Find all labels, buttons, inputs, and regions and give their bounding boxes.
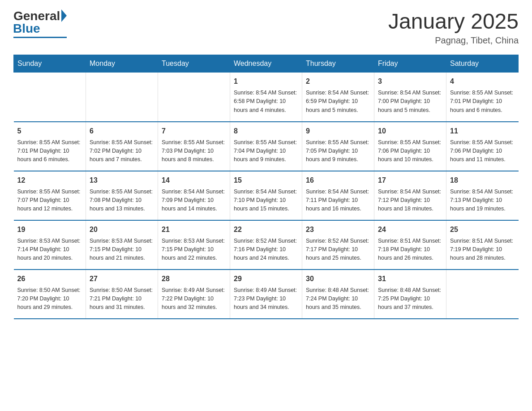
- calendar-day-cell: 1Sunrise: 8:54 AM Sunset: 6:58 PM Daylig…: [230, 73, 302, 122]
- day-info: Sunrise: 8:53 AM Sunset: 7:15 PM Dayligh…: [90, 237, 154, 263]
- day-number: 9: [306, 126, 370, 137]
- day-number: 13: [90, 175, 154, 186]
- calendar-day-cell: 13Sunrise: 8:55 AM Sunset: 7:08 PM Dayli…: [86, 171, 158, 220]
- day-number: 27: [90, 274, 154, 284]
- calendar-day-cell: 2Sunrise: 8:54 AM Sunset: 6:59 PM Daylig…: [302, 73, 374, 122]
- calendar-day-cell: [446, 270, 519, 319]
- day-info: Sunrise: 8:54 AM Sunset: 6:59 PM Dayligh…: [306, 89, 370, 115]
- day-info: Sunrise: 8:54 AM Sunset: 7:12 PM Dayligh…: [378, 188, 442, 214]
- day-info: Sunrise: 8:54 AM Sunset: 7:09 PM Dayligh…: [162, 188, 226, 214]
- calendar-day-cell: 22Sunrise: 8:52 AM Sunset: 7:16 PM Dayli…: [230, 220, 302, 270]
- calendar-week-row: 5Sunrise: 8:55 AM Sunset: 7:01 PM Daylig…: [14, 122, 519, 171]
- calendar-day-cell: 9Sunrise: 8:55 AM Sunset: 7:05 PM Daylig…: [302, 122, 374, 171]
- calendar-day-cell: 18Sunrise: 8:54 AM Sunset: 7:13 PM Dayli…: [446, 171, 519, 220]
- day-number: 7: [162, 126, 226, 137]
- calendar-day-cell: 7Sunrise: 8:55 AM Sunset: 7:03 PM Daylig…: [158, 122, 230, 171]
- calendar-day-cell: 28Sunrise: 8:49 AM Sunset: 7:22 PM Dayli…: [158, 270, 230, 319]
- day-info: Sunrise: 8:55 AM Sunset: 7:01 PM Dayligh…: [450, 89, 515, 115]
- calendar-day-cell: 23Sunrise: 8:52 AM Sunset: 7:17 PM Dayli…: [302, 220, 374, 270]
- calendar-day-cell: 15Sunrise: 8:54 AM Sunset: 7:10 PM Dayli…: [230, 171, 302, 220]
- day-number: 19: [17, 224, 82, 235]
- day-number: 28: [162, 274, 226, 284]
- calendar-day-cell: 29Sunrise: 8:49 AM Sunset: 7:23 PM Dayli…: [230, 270, 302, 319]
- calendar-week-row: 12Sunrise: 8:55 AM Sunset: 7:07 PM Dayli…: [14, 171, 519, 220]
- calendar-day-cell: 30Sunrise: 8:48 AM Sunset: 7:24 PM Dayli…: [302, 270, 374, 319]
- logo-blue-text: Blue: [13, 21, 40, 36]
- day-info: Sunrise: 8:55 AM Sunset: 7:01 PM Dayligh…: [17, 138, 82, 164]
- day-info: Sunrise: 8:52 AM Sunset: 7:16 PM Dayligh…: [234, 237, 298, 263]
- calendar-day-cell: 4Sunrise: 8:55 AM Sunset: 7:01 PM Daylig…: [446, 73, 519, 122]
- day-info: Sunrise: 8:54 AM Sunset: 7:11 PM Dayligh…: [306, 188, 370, 214]
- day-number: 21: [162, 224, 226, 235]
- day-number: 2: [306, 76, 370, 87]
- day-info: Sunrise: 8:55 AM Sunset: 7:04 PM Dayligh…: [234, 138, 298, 164]
- day-number: 31: [378, 274, 442, 284]
- day-info: Sunrise: 8:55 AM Sunset: 7:06 PM Dayligh…: [450, 138, 515, 164]
- day-info: Sunrise: 8:55 AM Sunset: 7:06 PM Dayligh…: [378, 138, 442, 164]
- calendar-day-cell: 12Sunrise: 8:55 AM Sunset: 7:07 PM Dayli…: [14, 171, 86, 220]
- day-info: Sunrise: 8:52 AM Sunset: 7:17 PM Dayligh…: [306, 237, 370, 263]
- logo-triangle-icon: [61, 9, 67, 22]
- day-info: Sunrise: 8:48 AM Sunset: 7:24 PM Dayligh…: [306, 286, 370, 312]
- page-header: General Blue January 2025 Pagnag, Tibet,…: [13, 9, 519, 46]
- calendar-day-cell: 6Sunrise: 8:55 AM Sunset: 7:02 PM Daylig…: [86, 122, 158, 171]
- calendar-day-cell: 5Sunrise: 8:55 AM Sunset: 7:01 PM Daylig…: [14, 122, 86, 171]
- day-number: 23: [306, 224, 370, 235]
- header-sunday: Sunday: [14, 55, 86, 73]
- calendar-table: Sunday Monday Tuesday Wednesday Thursday…: [13, 55, 519, 319]
- day-number: 29: [234, 274, 298, 284]
- day-number: 17: [378, 175, 442, 186]
- calendar-day-cell: 31Sunrise: 8:48 AM Sunset: 7:25 PM Dayli…: [374, 270, 446, 319]
- day-info: Sunrise: 8:55 AM Sunset: 7:05 PM Dayligh…: [306, 138, 370, 164]
- calendar-month-year: January 2025: [388, 9, 519, 34]
- calendar-location: Pagnag, Tibet, China: [388, 35, 519, 46]
- calendar-day-cell: 16Sunrise: 8:54 AM Sunset: 7:11 PM Dayli…: [302, 171, 374, 220]
- day-number: 16: [306, 175, 370, 186]
- day-number: 1: [234, 76, 298, 87]
- day-info: Sunrise: 8:54 AM Sunset: 7:10 PM Dayligh…: [234, 188, 298, 214]
- day-info: Sunrise: 8:51 AM Sunset: 7:18 PM Dayligh…: [378, 237, 442, 263]
- header-tuesday: Tuesday: [158, 55, 230, 73]
- calendar-day-cell: 26Sunrise: 8:50 AM Sunset: 7:20 PM Dayli…: [14, 270, 86, 319]
- day-info: Sunrise: 8:55 AM Sunset: 7:02 PM Dayligh…: [90, 138, 154, 164]
- logo-underline: [13, 37, 67, 38]
- day-info: Sunrise: 8:48 AM Sunset: 7:25 PM Dayligh…: [378, 286, 442, 312]
- day-info: Sunrise: 8:55 AM Sunset: 7:07 PM Dayligh…: [17, 188, 82, 214]
- calendar-day-cell: 3Sunrise: 8:54 AM Sunset: 7:00 PM Daylig…: [374, 73, 446, 122]
- logo: General Blue: [13, 9, 67, 38]
- calendar-day-cell: 25Sunrise: 8:51 AM Sunset: 7:19 PM Dayli…: [446, 220, 519, 270]
- calendar-day-cell: 8Sunrise: 8:55 AM Sunset: 7:04 PM Daylig…: [230, 122, 302, 171]
- day-number: 11: [450, 126, 515, 137]
- calendar-day-cell: 24Sunrise: 8:51 AM Sunset: 7:18 PM Dayli…: [374, 220, 446, 270]
- day-number: 6: [90, 126, 154, 137]
- calendar-day-cell: 20Sunrise: 8:53 AM Sunset: 7:15 PM Dayli…: [86, 220, 158, 270]
- calendar-week-row: 26Sunrise: 8:50 AM Sunset: 7:20 PM Dayli…: [14, 270, 519, 319]
- day-info: Sunrise: 8:50 AM Sunset: 7:20 PM Dayligh…: [17, 286, 82, 312]
- calendar-day-cell: [158, 73, 230, 122]
- calendar-day-cell: [86, 73, 158, 122]
- calendar-day-cell: [14, 73, 86, 122]
- calendar-day-cell: 10Sunrise: 8:55 AM Sunset: 7:06 PM Dayli…: [374, 122, 446, 171]
- calendar-day-cell: 11Sunrise: 8:55 AM Sunset: 7:06 PM Dayli…: [446, 122, 519, 171]
- day-info: Sunrise: 8:49 AM Sunset: 7:23 PM Dayligh…: [234, 286, 298, 312]
- calendar-day-cell: 17Sunrise: 8:54 AM Sunset: 7:12 PM Dayli…: [374, 171, 446, 220]
- header-wednesday: Wednesday: [230, 55, 302, 73]
- day-number: 30: [306, 274, 370, 284]
- day-info: Sunrise: 8:54 AM Sunset: 7:00 PM Dayligh…: [378, 89, 442, 115]
- day-info: Sunrise: 8:53 AM Sunset: 7:14 PM Dayligh…: [17, 237, 82, 263]
- calendar-week-row: 1Sunrise: 8:54 AM Sunset: 6:58 PM Daylig…: [14, 73, 519, 122]
- day-number: 26: [17, 274, 82, 284]
- header-monday: Monday: [86, 55, 158, 73]
- header-saturday: Saturday: [446, 55, 519, 73]
- calendar-day-cell: 27Sunrise: 8:50 AM Sunset: 7:21 PM Dayli…: [86, 270, 158, 319]
- day-number: 22: [234, 224, 298, 235]
- calendar-title-area: January 2025 Pagnag, Tibet, China: [388, 9, 519, 46]
- day-info: Sunrise: 8:51 AM Sunset: 7:19 PM Dayligh…: [450, 237, 515, 263]
- calendar-day-cell: 21Sunrise: 8:53 AM Sunset: 7:15 PM Dayli…: [158, 220, 230, 270]
- day-number: 14: [162, 175, 226, 186]
- calendar-day-cell: 19Sunrise: 8:53 AM Sunset: 7:14 PM Dayli…: [14, 220, 86, 270]
- day-info: Sunrise: 8:55 AM Sunset: 7:03 PM Dayligh…: [162, 138, 226, 164]
- header-thursday: Thursday: [302, 55, 374, 73]
- day-number: 25: [450, 224, 515, 235]
- calendar-day-cell: 14Sunrise: 8:54 AM Sunset: 7:09 PM Dayli…: [158, 171, 230, 220]
